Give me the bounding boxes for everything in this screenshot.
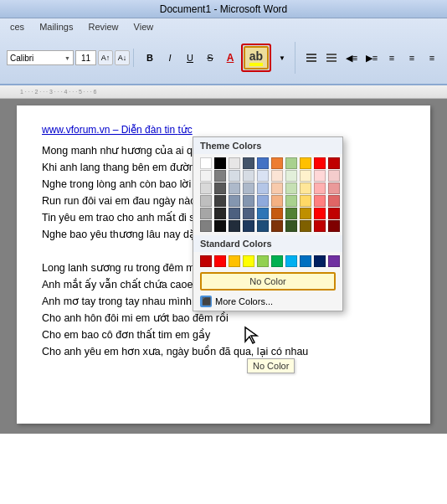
theme-color-cell-43[interactable]: [243, 208, 254, 219]
theme-color-cell-50[interactable]: [200, 220, 212, 232]
theme-color-cell-55[interactable]: [271, 220, 283, 232]
tab-review[interactable]: Review: [81, 20, 125, 33]
numbered-list-button[interactable]: [322, 49, 341, 66]
italic-button[interactable]: I: [161, 49, 179, 66]
align-center-button[interactable]: ≡: [403, 49, 421, 66]
theme-color-cell-53[interactable]: [243, 220, 254, 232]
theme-color-cell-59[interactable]: [328, 220, 340, 232]
theme-color-cell-46[interactable]: [285, 208, 297, 219]
highlight-color-button[interactable]: ab: [244, 46, 269, 69]
theme-color-cell-35[interactable]: [271, 195, 283, 207]
standard-color-cell-8[interactable]: [314, 255, 326, 267]
tab-ces[interactable]: ces: [3, 20, 31, 33]
theme-color-cell-17[interactable]: [300, 170, 311, 182]
theme-color-cell-13[interactable]: [243, 170, 254, 182]
more-colors-label: More Colors...: [215, 296, 273, 306]
font-size-box[interactable]: 11: [75, 50, 96, 65]
theme-color-cell-52[interactable]: [229, 220, 240, 232]
theme-color-cell-18[interactable]: [314, 170, 326, 182]
theme-color-cell-54[interactable]: [257, 220, 269, 232]
theme-color-cell-51[interactable]: [214, 220, 226, 232]
font-size-decrease[interactable]: A↓: [115, 50, 130, 65]
theme-color-cell-20[interactable]: [200, 183, 212, 194]
theme-color-cell-11[interactable]: [214, 170, 226, 182]
theme-color-cell-48[interactable]: [314, 208, 326, 219]
theme-color-cell-29[interactable]: [328, 183, 340, 194]
theme-color-cell-22[interactable]: [229, 183, 240, 194]
theme-color-cell-41[interactable]: [214, 208, 226, 219]
strikethrough-button[interactable]: S: [201, 49, 219, 66]
theme-color-cell-57[interactable]: [300, 220, 311, 232]
theme-color-cell-15[interactable]: [271, 170, 283, 182]
standard-color-cell-2[interactable]: [229, 255, 240, 267]
standard-color-cell-0[interactable]: [200, 255, 212, 267]
justify-button[interactable]: ≡: [443, 49, 447, 66]
align-left-button[interactable]: ≡: [383, 49, 401, 66]
theme-color-cell-25[interactable]: [271, 183, 283, 194]
standard-color-cell-6[interactable]: [285, 255, 297, 267]
theme-color-cell-44[interactable]: [257, 208, 269, 219]
theme-color-cell-58[interactable]: [314, 220, 326, 232]
theme-color-cell-7[interactable]: [300, 157, 311, 169]
theme-color-cell-4[interactable]: [257, 157, 269, 169]
tab-view[interactable]: View: [127, 20, 161, 33]
theme-color-cell-2[interactable]: [229, 157, 240, 169]
theme-color-cell-42[interactable]: [229, 208, 240, 219]
bullet-list-button[interactable]: [302, 49, 321, 66]
theme-color-cell-39[interactable]: [328, 195, 340, 207]
standard-color-cell-1[interactable]: [214, 255, 226, 267]
indent-decrease-button[interactable]: ◀≡: [342, 49, 361, 66]
underline-button[interactable]: U: [181, 49, 199, 66]
font-name-box[interactable]: Calibri ▼: [7, 50, 74, 65]
standard-color-cell-7[interactable]: [300, 255, 311, 267]
theme-color-cell-27[interactable]: [300, 183, 311, 194]
theme-color-cell-23[interactable]: [243, 183, 254, 194]
tooltip: No Color: [247, 358, 295, 373]
standard-color-cell-5[interactable]: [271, 255, 283, 267]
font-size-increase[interactable]: A↑: [98, 50, 113, 65]
theme-color-cell-30[interactable]: [200, 195, 212, 207]
theme-color-cell-16[interactable]: [285, 170, 297, 182]
theme-color-cell-1[interactable]: [214, 157, 226, 169]
theme-color-cell-36[interactable]: [285, 195, 297, 207]
indent-increase-button[interactable]: ▶≡: [362, 49, 381, 66]
theme-color-cell-21[interactable]: [214, 183, 226, 194]
theme-color-cell-45[interactable]: [271, 208, 283, 219]
tab-mailings[interactable]: Mailings: [33, 20, 80, 33]
highlight-dropdown-arrow[interactable]: ▼: [273, 49, 291, 66]
theme-color-cell-3[interactable]: [243, 157, 254, 169]
theme-color-cell-0[interactable]: [200, 157, 212, 169]
theme-color-cell-26[interactable]: [285, 183, 297, 194]
standard-color-cell-3[interactable]: [243, 255, 254, 267]
more-colors-row[interactable]: ⬛ More Colors...: [193, 294, 342, 311]
theme-color-cell-32[interactable]: [229, 195, 240, 207]
theme-color-cell-24[interactable]: [257, 183, 269, 194]
align-right-button[interactable]: ≡: [423, 49, 441, 66]
theme-color-cell-34[interactable]: [257, 195, 269, 207]
standard-color-cell-4[interactable]: [257, 255, 269, 267]
highlight-indicator: ab: [249, 49, 263, 66]
no-color-button[interactable]: No Color: [200, 272, 336, 291]
theme-color-cell-5[interactable]: [271, 157, 283, 169]
theme-color-cell-19[interactable]: [328, 170, 340, 182]
theme-color-cell-31[interactable]: [214, 195, 226, 207]
theme-color-cell-8[interactable]: [314, 157, 326, 169]
theme-color-cell-9[interactable]: [328, 157, 340, 169]
numbered-list-icon: [324, 51, 339, 64]
document-link[interactable]: www.vforum.vn – Diễn đàn tin tức: [42, 122, 405, 137]
theme-color-cell-40[interactable]: [200, 208, 212, 219]
font-color-button[interactable]: A: [221, 49, 239, 66]
theme-color-cell-56[interactable]: [285, 220, 297, 232]
theme-color-cell-37[interactable]: [300, 195, 311, 207]
theme-color-cell-6[interactable]: [285, 157, 297, 169]
theme-color-cell-28[interactable]: [314, 183, 326, 194]
theme-color-cell-33[interactable]: [243, 195, 254, 207]
bold-button[interactable]: B: [141, 49, 159, 66]
theme-color-cell-10[interactable]: [200, 170, 212, 182]
theme-color-cell-49[interactable]: [328, 208, 340, 219]
theme-color-cell-12[interactable]: [229, 170, 240, 182]
theme-color-cell-47[interactable]: [300, 208, 311, 219]
standard-color-cell-9[interactable]: [328, 255, 340, 267]
theme-color-cell-14[interactable]: [257, 170, 269, 182]
theme-color-cell-38[interactable]: [314, 195, 326, 207]
